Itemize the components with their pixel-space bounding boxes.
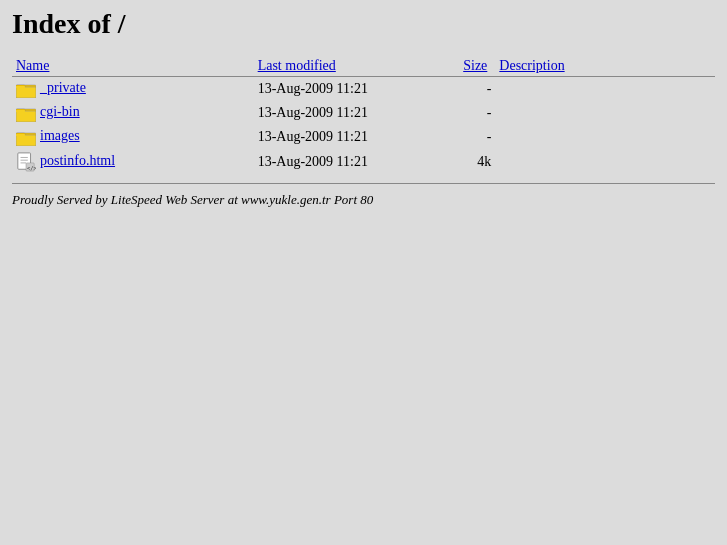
file-description — [495, 101, 715, 125]
svg-rect-2 — [16, 87, 36, 98]
svg-rect-7 — [16, 110, 25, 112]
table-row: _private13-Aug-2009 11:21- — [12, 77, 715, 102]
page-title: Index of / — [12, 8, 715, 40]
file-link[interactable]: cgi-bin — [40, 104, 80, 119]
sort-name-link[interactable]: Name — [16, 58, 49, 73]
file-size: 4k — [429, 149, 495, 175]
svg-rect-10 — [16, 135, 36, 146]
file-size: - — [429, 101, 495, 125]
file-date: 13-Aug-2009 11:21 — [254, 149, 430, 175]
table-row: cgi-bin13-Aug-2009 11:21- — [12, 101, 715, 125]
footer-text: Proudly Served by LiteSpeed Web Server a… — [12, 192, 715, 208]
folder-icon — [16, 80, 36, 98]
file-description — [495, 149, 715, 175]
sort-size-link[interactable]: Size — [463, 58, 487, 73]
sort-modified-link[interactable]: Last modified — [258, 58, 336, 73]
file-link[interactable]: _private — [40, 80, 86, 95]
table-row: </> postinfo.html13-Aug-2009 11:214k — [12, 149, 715, 175]
svg-rect-6 — [16, 111, 36, 122]
file-date: 13-Aug-2009 11:21 — [254, 77, 430, 102]
svg-rect-11 — [16, 134, 25, 136]
file-description — [495, 77, 715, 102]
folder-icon — [16, 104, 36, 122]
file-description — [495, 125, 715, 149]
file-link[interactable]: images — [40, 128, 80, 143]
file-date: 13-Aug-2009 11:21 — [254, 125, 430, 149]
folder-icon — [16, 128, 36, 146]
footer-divider — [12, 183, 715, 184]
table-row: images13-Aug-2009 11:21- — [12, 125, 715, 149]
file-size: - — [429, 77, 495, 102]
html-file-icon: </> — [16, 152, 36, 172]
svg-rect-3 — [16, 86, 25, 88]
svg-text:</>: </> — [27, 165, 36, 171]
sort-description-link[interactable]: Description — [499, 58, 564, 73]
file-size: - — [429, 125, 495, 149]
file-date: 13-Aug-2009 11:21 — [254, 101, 430, 125]
file-link[interactable]: postinfo.html — [40, 153, 115, 168]
